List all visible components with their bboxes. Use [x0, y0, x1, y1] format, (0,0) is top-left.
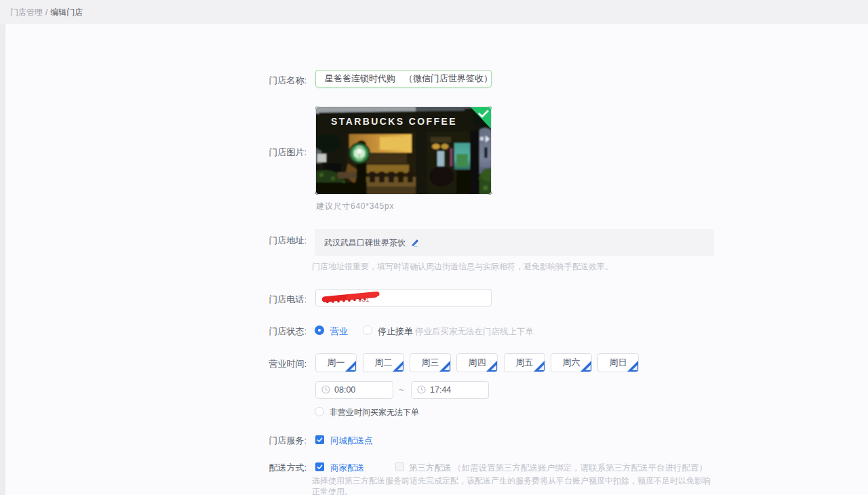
svg-text:STARBUCKS COFFEE: STARBUCKS COFFEE — [331, 116, 457, 127]
